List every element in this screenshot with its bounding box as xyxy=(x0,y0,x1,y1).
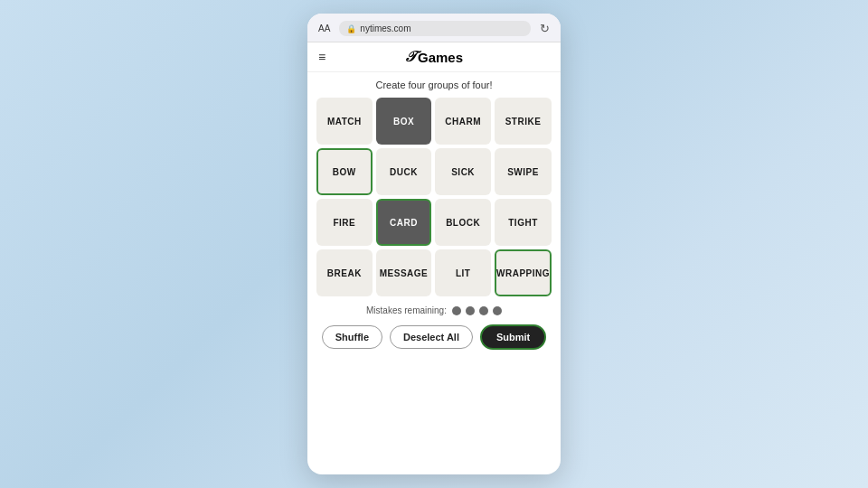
phone-frame: AA 🔒 nytimes.com ↻ ≡ 𝒯 Games Create four… xyxy=(307,14,561,474)
lock-icon: 🔒 xyxy=(346,24,356,33)
game-grid: MATCHBOXCHARMSTRIKEBOWDUCKSICKSWIPEFIREC… xyxy=(316,98,552,296)
tile-block[interactable]: BLOCK xyxy=(435,199,491,246)
mistakes-dots xyxy=(452,306,502,315)
tile-message[interactable]: MESSAGE xyxy=(376,249,432,296)
tile-sick[interactable]: SICK xyxy=(435,148,491,195)
tile-swipe[interactable]: SWIPE xyxy=(495,148,552,195)
tile-bow[interactable]: BOW xyxy=(316,148,373,195)
browser-bar: AA 🔒 nytimes.com ↻ xyxy=(307,14,561,42)
tile-strike[interactable]: STRIKE xyxy=(495,98,552,145)
game-subtitle: Create four groups of four! xyxy=(375,80,492,90)
action-buttons-row: Shuffle Deselect All Submit xyxy=(322,324,547,350)
nyt-header: ≡ 𝒯 Games xyxy=(307,42,561,72)
browser-url-bar: 🔒 nytimes.com xyxy=(339,21,531,36)
browser-url-text: nytimes.com xyxy=(360,23,410,33)
mistake-dot-0 xyxy=(452,306,461,315)
submit-button[interactable]: Submit xyxy=(480,324,546,350)
tile-break[interactable]: BREAK xyxy=(316,249,373,296)
tile-match[interactable]: MATCH xyxy=(316,98,373,145)
tile-box[interactable]: BOX xyxy=(376,98,432,145)
mistake-dot-1 xyxy=(466,306,475,315)
mistakes-label: Mistakes remaining: xyxy=(366,305,447,315)
browser-aa: AA xyxy=(318,23,330,33)
nyt-logo: 𝒯 Games xyxy=(405,49,463,65)
nyt-t-icon: 𝒯 xyxy=(405,49,414,65)
tile-lit[interactable]: LIT xyxy=(435,249,491,296)
deselect-all-button[interactable]: Deselect All xyxy=(390,325,473,349)
tile-wrapping[interactable]: WRAPPING xyxy=(495,249,552,296)
tile-charm[interactable]: CHARM xyxy=(435,98,491,145)
browser-refresh-icon[interactable]: ↻ xyxy=(540,22,550,35)
tile-duck[interactable]: DUCK xyxy=(376,148,432,195)
shuffle-button[interactable]: Shuffle xyxy=(322,325,382,349)
nyt-games-label: Games xyxy=(418,50,463,65)
tile-tight[interactable]: TIGHT xyxy=(495,199,552,246)
mistake-dot-2 xyxy=(479,306,488,315)
tile-fire[interactable]: FIRE xyxy=(316,199,373,246)
hamburger-menu-icon[interactable]: ≡ xyxy=(318,50,326,64)
game-area: Create four groups of four! MATCHBOXCHAR… xyxy=(307,72,561,474)
tile-card[interactable]: CARD xyxy=(376,199,432,246)
mistakes-row: Mistakes remaining: xyxy=(366,305,502,315)
mistake-dot-3 xyxy=(493,306,502,315)
